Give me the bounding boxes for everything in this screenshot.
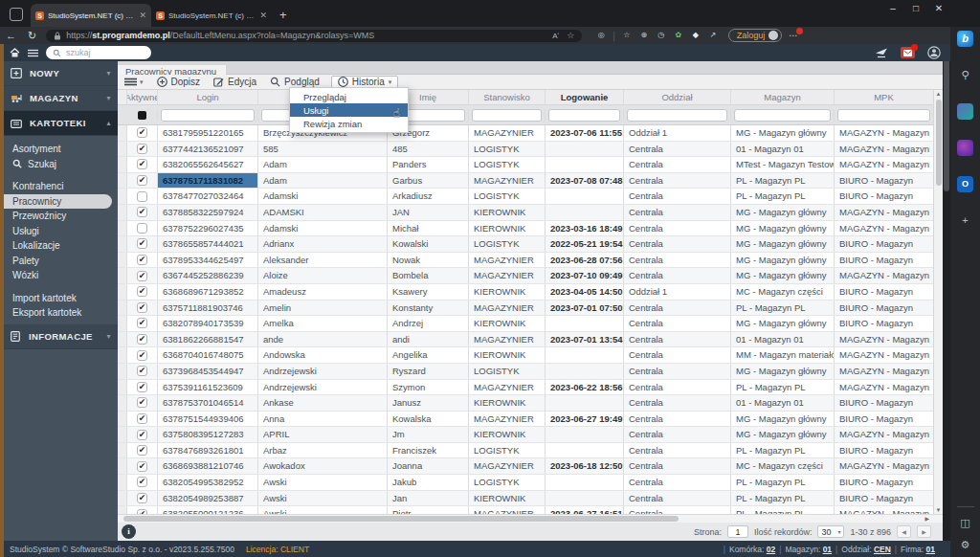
cell-mpk[interactable]: MAGAZYN - Magazyn	[835, 221, 933, 236]
cell-nazwisko[interactable]: 585	[258, 142, 388, 157]
filter-input[interactable]	[161, 109, 255, 122]
cell-login[interactable]: 6378751544939406	[158, 412, 258, 427]
copilot-icon[interactable]: ◎	[595, 30, 607, 41]
table-row[interactable]: 6381795951220165 Brzęczyszczykiewicz Grz…	[118, 125, 933, 142]
cell-magazyn[interactable]: MG - Magazyn główny	[731, 236, 835, 252]
active-checkbox[interactable]	[137, 159, 147, 169]
active-checkbox[interactable]	[137, 255, 147, 265]
cell-nazwisko[interactable]: Andrzejewski	[258, 380, 388, 395]
cell-nazwisko[interactable]: Amelin	[258, 301, 388, 316]
cell-login[interactable]: 6377442136521097	[158, 142, 258, 157]
table-row[interactable]: 6382055000121236 Awski Piotr MAGAZYNIER …	[118, 506, 933, 514]
sidebar-settings-gear-icon[interactable]: ⚙	[957, 537, 973, 553]
history-icon[interactable]: ◷	[656, 30, 667, 41]
cell-logowanie[interactable]: 2023-07-06 11:55:10	[546, 125, 624, 141]
minimize-button[interactable]: –	[881, 0, 904, 19]
cell-login[interactable]: 6382078940173539	[158, 316, 258, 331]
bing-chat-icon[interactable]: b	[957, 31, 973, 47]
cell-stanowisko[interactable]: LOGISTYK	[469, 189, 546, 204]
active-checkbox[interactable]	[137, 238, 147, 249]
filter-input[interactable]	[734, 109, 831, 122]
browser-signin-button[interactable]: Zaloguj	[728, 29, 783, 42]
active-checkbox[interactable]	[137, 207, 147, 217]
cell-stanowisko[interactable]: LOGISTYK	[469, 443, 546, 458]
cell-oddzial[interactable]: Centrala	[624, 395, 731, 411]
cell-nazwisko[interactable]: Andrzejewski	[258, 364, 388, 379]
cell-login[interactable]: 6368693881210746	[158, 458, 258, 474]
cell-oddzial[interactable]: Centrala	[624, 316, 731, 331]
back-icon[interactable]: ←	[6, 30, 16, 41]
column-filter[interactable]	[469, 109, 546, 122]
cell-imie[interactable]: 485	[388, 142, 469, 157]
cell-login[interactable]: 6375391161523609	[158, 380, 258, 395]
cell-logowanie[interactable]: 2023-06-28 07:56:12	[546, 253, 624, 268]
cell-magazyn[interactable]: MC - Magazyn części	[731, 458, 835, 474]
dropdown-item-rewizja-zmian[interactable]: Rewizja zmian	[290, 117, 408, 130]
status-value[interactable]: 02	[767, 545, 775, 554]
cell-mpk[interactable]: MAGAZYN - Magazyn	[835, 427, 933, 442]
cell-logowanie[interactable]: 2023-07-01 13:54:09	[546, 332, 624, 347]
table-row[interactable]: 6368689671293852 Amadeusz Ksawery KIEROW…	[118, 284, 933, 301]
cell-login[interactable]: 6382065562645627	[158, 157, 258, 172]
global-search-input[interactable]: szukaj	[46, 46, 151, 59]
cell-magazyn[interactable]: MC - Magazyn części	[731, 284, 835, 300]
cell-oddzial[interactable]: Centrala	[624, 332, 731, 347]
cell-imie[interactable]: Panders	[388, 157, 469, 172]
prev-page-button[interactable]: ◀	[897, 525, 911, 538]
column-header[interactable]: Oddział	[624, 90, 731, 104]
cell-imie[interactable]: Bombela	[388, 268, 469, 283]
cell-imie[interactable]: JAN	[388, 205, 469, 220]
page-size-select[interactable]: 30▾	[817, 525, 844, 538]
active-checkbox[interactable]	[137, 493, 147, 503]
cell-logowanie[interactable]: 2022-05-21 19:54:08	[546, 236, 624, 252]
cell-login[interactable]: 6373968453544947	[158, 364, 258, 379]
send-icon[interactable]	[875, 48, 888, 58]
active-checkbox[interactable]	[137, 302, 147, 313]
cell-imie[interactable]: Angelika	[388, 347, 469, 363]
cell-magazyn[interactable]: PL - Magazyn PL	[731, 506, 835, 514]
cell-mpk[interactable]: MAGAZYN - Magazyn	[835, 458, 933, 474]
cell-nazwisko[interactable]: Awokadox	[258, 458, 388, 474]
table-row[interactable]: 6378751711831082 Adam Garbus MAGAZYNIER …	[118, 173, 933, 189]
sidebar-section-nowy[interactable]: NOWY ▾	[4, 61, 118, 86]
active-checkbox[interactable]	[137, 397, 147, 408]
cell-logowanie[interactable]	[546, 157, 624, 172]
cell-magazyn[interactable]: MM - Magazyn materiałów	[731, 347, 835, 363]
cell-magazyn[interactable]: PL - Magazyn PL	[731, 189, 835, 204]
tab-close-icon[interactable]: ✕	[139, 11, 146, 20]
active-checkbox[interactable]	[137, 286, 147, 297]
column-filter[interactable]	[546, 109, 624, 122]
cell-logowanie[interactable]	[546, 475, 624, 490]
grid-vertical-scrollbar[interactable]: ▲ ▼	[933, 90, 943, 514]
cell-mpk[interactable]: BIURO - Magazyn	[835, 236, 933, 252]
active-checkbox[interactable]	[137, 382, 147, 392]
sidebar-item-eksport-kartotek[interactable]: Eksport kartotek	[4, 305, 118, 321]
cell-stanowisko[interactable]: LOGISTYK	[469, 364, 546, 379]
cell-magazyn[interactable]: MG - Magazyn główny	[731, 316, 835, 331]
cell-stanowisko[interactable]: MAGAZYNIER	[469, 268, 546, 283]
column-header[interactable]: Magazyn	[731, 90, 835, 104]
games-icon[interactable]	[957, 140, 973, 156]
active-checkbox[interactable]	[137, 127, 147, 138]
cell-mpk[interactable]: BIURO - Magazyn	[835, 491, 933, 506]
cell-stanowisko[interactable]: MAGAZYNIER	[469, 458, 546, 474]
cell-login[interactable]: 6368704016748075	[158, 347, 258, 363]
cell-login[interactable]: 6378858322597924	[158, 205, 258, 220]
cell-magazyn[interactable]: PL - Magazyn PL	[731, 491, 835, 506]
home-icon[interactable]	[10, 48, 20, 57]
status-value[interactable]: 01	[823, 545, 832, 554]
cell-oddzial[interactable]: Oddział 1	[624, 125, 731, 141]
cell-login[interactable]: 6378752296027435	[158, 221, 258, 236]
cell-oddzial[interactable]: Centrala	[624, 380, 731, 395]
cell-login[interactable]: 6378476893261801	[158, 443, 258, 458]
cell-nazwisko[interactable]: Adam	[258, 157, 388, 172]
cell-mpk[interactable]: BIURO - Magazyn	[835, 189, 933, 204]
table-row[interactable]: 6377442136521097 585 485 LOGISTYK Centra…	[118, 142, 933, 158]
cell-magazyn[interactable]: 01 - Magazyn 01	[731, 142, 835, 157]
table-row[interactable]: 6373968453544947 Andrzejewski Ryszard LO…	[118, 364, 933, 380]
cell-oddzial[interactable]: Centrala	[624, 221, 731, 236]
cell-magazyn[interactable]: 01 - Magazyn 01	[731, 332, 835, 347]
column-filter[interactable]	[158, 109, 258, 122]
cell-oddzial[interactable]: Centrala	[624, 427, 731, 442]
active-checkbox[interactable]	[137, 318, 147, 328]
